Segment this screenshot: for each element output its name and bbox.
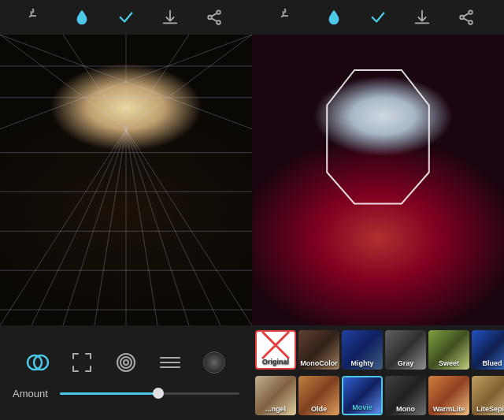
filter-blued-label: Blued xyxy=(472,359,504,367)
filter-row-2: ...ngel Olde Movie Mono WarmLite xyxy=(252,373,504,420)
filter-sweet-label: Sweet xyxy=(428,359,469,367)
left-toolbar xyxy=(0,0,252,35)
right-undo-icon[interactable] xyxy=(281,9,298,26)
right-check-icon[interactable] xyxy=(369,9,387,26)
focus-polygon-overlay xyxy=(252,35,504,325)
right-water-icon[interactable] xyxy=(325,9,343,26)
left-icon-row xyxy=(0,347,252,378)
target-button[interactable] xyxy=(110,347,142,378)
left-superman-image xyxy=(0,35,252,325)
svg-point-40 xyxy=(124,360,128,365)
right-bottom-filters: Original MonoColor Mighty Gray Sweet xyxy=(252,325,504,420)
filter-mighty[interactable]: Mighty xyxy=(342,330,383,370)
filter-warmlite[interactable]: WarmLite xyxy=(428,376,469,415)
svg-line-3 xyxy=(212,13,217,17)
left-image-area xyxy=(0,35,252,325)
right-download-icon[interactable] xyxy=(413,9,431,26)
filter-monocolor[interactable]: MonoColor xyxy=(298,330,339,370)
brush-button[interactable] xyxy=(198,347,230,378)
svg-marker-49 xyxy=(327,70,429,204)
amount-label: Amount xyxy=(13,388,52,400)
app-container: Amount xyxy=(0,0,504,420)
left-undo-icon[interactable] xyxy=(29,9,46,26)
expand-button[interactable] xyxy=(66,347,98,378)
arrows-button[interactable] xyxy=(154,347,186,378)
right-toolbar xyxy=(252,0,504,35)
left-check-icon[interactable] xyxy=(117,9,135,26)
filter-olde[interactable]: Olde xyxy=(298,376,339,415)
filter-original-label: Original xyxy=(257,358,295,366)
filter-sweet[interactable]: Sweet xyxy=(428,330,469,370)
circles-button[interactable] xyxy=(22,347,54,378)
left-water-icon[interactable] xyxy=(73,9,91,26)
filter-mono-label: Mono xyxy=(385,405,426,413)
svg-point-44 xyxy=(469,10,472,14)
filter-gray-label: Gray xyxy=(385,359,426,367)
filter-movie-label: Movie xyxy=(343,403,381,411)
filter-litesepia[interactable]: LiteSepia xyxy=(472,376,504,415)
filter-blued[interactable]: Blued xyxy=(472,330,504,370)
right-panel: Original MonoColor Mighty Gray Sweet xyxy=(252,0,504,420)
original-x-icon xyxy=(257,332,295,358)
left-bottom-controls: Amount xyxy=(0,325,252,420)
svg-point-39 xyxy=(120,357,132,368)
svg-line-47 xyxy=(464,13,469,17)
svg-point-2 xyxy=(217,20,220,24)
filter-angel[interactable]: ...ngel xyxy=(255,376,296,415)
filter-warmlite-label: WarmLite xyxy=(428,405,469,413)
svg-line-48 xyxy=(464,18,469,21)
filter-gray[interactable]: Gray xyxy=(385,330,426,370)
svg-point-45 xyxy=(460,16,464,20)
left-panel: Amount xyxy=(0,0,252,420)
svg-point-0 xyxy=(217,10,220,14)
left-share-icon[interactable] xyxy=(206,9,223,26)
filter-mighty-label: Mighty xyxy=(342,359,383,367)
filter-mono[interactable]: Mono xyxy=(385,376,426,415)
amount-slider-row: Amount xyxy=(0,388,252,400)
amount-slider[interactable] xyxy=(60,392,239,395)
right-share-icon[interactable] xyxy=(458,9,475,26)
right-image-area xyxy=(252,35,504,325)
svg-point-46 xyxy=(469,20,472,24)
svg-line-4 xyxy=(212,18,217,21)
filter-row-1: Original MonoColor Mighty Gray Sweet xyxy=(252,325,504,373)
filter-monocolor-label: MonoColor xyxy=(298,359,339,367)
svg-point-1 xyxy=(208,16,212,20)
filter-angel-label: ...ngel xyxy=(255,405,296,413)
slider-thumb[interactable] xyxy=(153,388,164,399)
filter-original[interactable]: Original xyxy=(255,330,296,370)
left-download-icon[interactable] xyxy=(161,9,179,26)
filter-olde-label: Olde xyxy=(298,405,339,413)
filter-movie[interactable]: Movie xyxy=(342,376,383,415)
slider-fill xyxy=(60,392,158,395)
filter-litesepia-label: LiteSepia xyxy=(472,405,504,413)
